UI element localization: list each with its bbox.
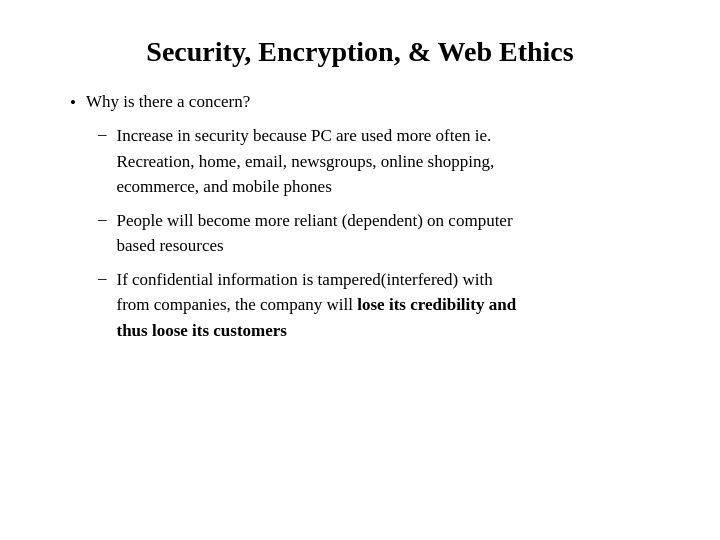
dash-1: –	[98, 124, 107, 144]
slide-title: Security, Encryption, & Web Ethics	[60, 36, 660, 68]
bullet-label-1: Why is there a concern?	[86, 92, 250, 112]
sub2-line2: based resources	[117, 236, 224, 255]
sub3-line1: If confidential information is tampered(…	[117, 270, 493, 289]
sub-item-1: – Increase in security because PC are us…	[98, 123, 660, 200]
dash-3: –	[98, 268, 107, 288]
sub3-line2-plain: from companies, the company will	[117, 295, 358, 314]
sub3-line2-bold: lose its credibility and	[357, 295, 516, 314]
sub-item-3: – If confidential information is tampere…	[98, 267, 660, 344]
sub-items: – Increase in security because PC are us…	[98, 123, 660, 343]
sub1-line1: Increase in security because PC are used…	[117, 126, 492, 145]
bullet-section: • Why is there a concern? – Increase in …	[70, 92, 660, 343]
sub1-line3: ecommerce, and mobile phones	[117, 177, 332, 196]
sub-item-2: – People will become more reliant (depen…	[98, 208, 660, 259]
slide: Security, Encryption, & Web Ethics • Why…	[0, 0, 720, 540]
sub3-line3-bold: thus loose its customers	[117, 321, 287, 340]
sub-text-3: If confidential information is tampered(…	[117, 267, 661, 344]
sub-text-2: People will become more reliant (depende…	[117, 208, 661, 259]
sub1-line2: Recreation, home, email, newsgroups, onl…	[117, 152, 495, 171]
dash-2: –	[98, 209, 107, 229]
sub2-line1: People will become more reliant (depende…	[117, 211, 513, 230]
bullet-item-1: • Why is there a concern?	[70, 92, 660, 113]
bullet-dot-1: •	[70, 93, 76, 113]
sub-text-1: Increase in security because PC are used…	[117, 123, 661, 200]
